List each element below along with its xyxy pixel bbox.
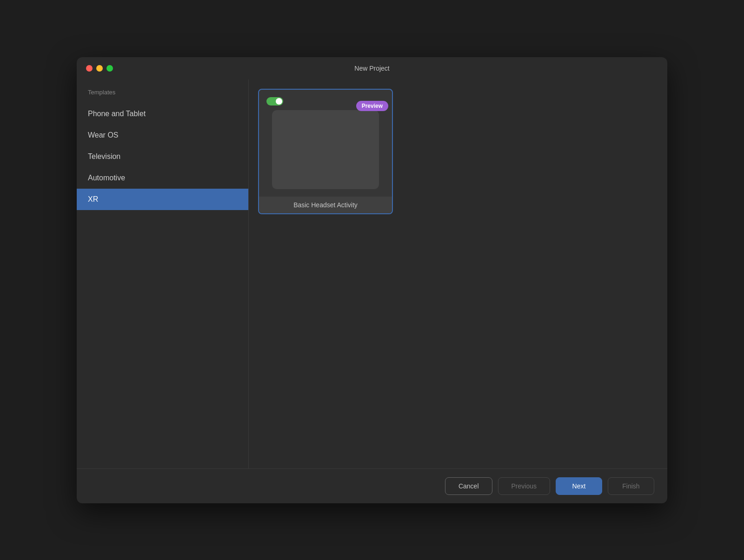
preview-toggle-row: Preview	[266, 97, 385, 105]
template-card-basic-headset-activity[interactable]: Preview Basic Headset Activity	[258, 89, 393, 214]
preview-badge: Preview	[356, 101, 388, 111]
footer: Cancel Previous Next Finish	[77, 468, 667, 503]
sidebar: Templates Phone and Tablet Wear OS Telev…	[77, 79, 249, 468]
template-thumbnail	[272, 110, 379, 189]
sidebar-label: Templates	[77, 89, 248, 103]
dialog-title: New Project	[354, 65, 389, 72]
sidebar-item-television[interactable]: Television	[77, 146, 248, 167]
previous-button[interactable]: Previous	[498, 477, 550, 495]
window-controls	[86, 65, 113, 72]
preview-toggle[interactable]	[266, 97, 283, 105]
finish-button[interactable]: Finish	[608, 477, 654, 495]
toggle-knob	[276, 98, 282, 105]
sidebar-item-phone-tablet[interactable]: Phone and Tablet	[77, 103, 248, 125]
sidebar-item-automotive[interactable]: Automotive	[77, 167, 248, 189]
maximize-button[interactable]	[106, 65, 113, 72]
new-project-dialog: New Project Templates Phone and Tablet W…	[77, 57, 667, 503]
main-area: Preview Basic Headset Activity	[249, 79, 667, 468]
templates-grid: Preview Basic Headset Activity	[258, 89, 658, 214]
content-area: Templates Phone and Tablet Wear OS Telev…	[77, 79, 667, 468]
template-card-preview: Preview	[259, 90, 392, 197]
minimize-button[interactable]	[96, 65, 103, 72]
next-button[interactable]: Next	[556, 477, 602, 495]
title-bar: New Project	[77, 57, 667, 79]
template-card-label: Basic Headset Activity	[259, 197, 392, 213]
sidebar-item-xr[interactable]: XR	[77, 189, 248, 210]
sidebar-item-wear-os[interactable]: Wear OS	[77, 125, 248, 146]
close-button[interactable]	[86, 65, 93, 72]
cancel-button[interactable]: Cancel	[445, 477, 492, 495]
